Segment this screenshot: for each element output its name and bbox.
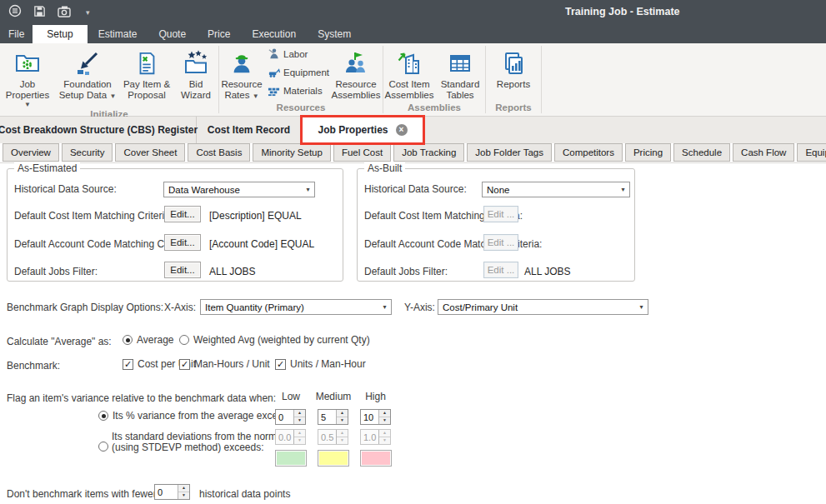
column-header-medium: Medium [312,391,355,402]
menu-tab-execution[interactable]: Execution [241,25,307,43]
benchmark-label: Benchmark: [7,360,60,372]
sub-tab-cost-basis[interactable]: Cost Basis [188,143,250,162]
as-estimated-cost-item-edit-button[interactable]: Edit... [164,206,201,222]
std-low-spinner[interactable]: 0.0 ▲▼ [275,429,306,445]
menu-tab-setup[interactable]: Setup [33,25,87,43]
as-built-jobs-filter-edit-button[interactable]: Edit ... [483,262,518,278]
sub-tab-cash-flow[interactable]: Cash Flow [733,143,794,162]
reports-button[interactable]: Reports [486,43,541,102]
menu-tab-file[interactable]: File [0,25,33,43]
man-hours-unit-checkbox[interactable]: ✓ Man-Hours / Unit [179,358,270,370]
cost-item-assemblies-button[interactable]: Cost Item Assemblies [383,43,435,102]
x-axis-dropdown[interactable]: Item Quantity (Primary)▾ [200,299,392,315]
as-estimated-account-code-edit-button[interactable]: Edit... [164,234,201,251]
sub-tab-schedule[interactable]: Schedule [673,143,730,162]
ribbon-group-resources: Resource Rates ▼ Labor Equipment Materia… [219,43,383,116]
as-estimated-jobs-filter-edit-button[interactable]: Edit... [164,262,201,278]
save-button[interactable] [33,5,46,21]
sub-tab-competitors[interactable]: Competitors [554,143,623,162]
sub-tab-pricing[interactable]: Pricing [625,143,671,162]
bid-wizard-button[interactable]: Bid Wizard [173,43,218,108]
ribbon: Job Properties ▼ Foundation Setup Data ▼… [0,43,826,117]
historical-data-source-label: Historical Data Source: [14,183,117,195]
as-built-cost-item-edit-button[interactable]: Edit ... [483,206,518,222]
menu-tab-price[interactable]: Price [197,25,241,43]
benchmarking-panel: As-Estimated Historical Data Source: Dat… [0,163,826,504]
spin-up-icon[interactable]: ▲ [337,410,348,417]
sub-tab-minority-setup[interactable]: Minority Setup [253,143,331,162]
ribbon-group-reports: Reports Reports [486,43,541,116]
weighted-avg-radio[interactable]: Weighted Avg (weighted by current Qty) [179,334,370,346]
pct-medium-spinner[interactable]: 5 ▲▼ [318,409,348,425]
standard-tables-button[interactable]: Standard Tables [435,43,485,102]
spin-down-icon[interactable]: ▼ [178,492,189,499]
std-dev-radio[interactable] [98,442,108,452]
spin-down-icon[interactable]: ▼ [294,417,305,424]
menu-tab-estimate[interactable]: Estimate [88,25,148,43]
spin-up-icon[interactable]: ▲ [178,485,189,492]
pct-low-spinner[interactable]: 0 ▲▼ [275,409,306,425]
sub-tab-fuel-cost[interactable]: Fuel Cost [333,143,391,162]
group-title: As-Built [364,162,405,174]
doc-tab-cbs-register[interactable]: Cost Breakdown Structure (CBS) Register [0,117,197,143]
std-high-spinner[interactable]: 1.0 ▲▼ [360,429,391,445]
as-built-group: As-Built Historical Data Source: None▾ D… [357,168,635,282]
std-medium-spinner[interactable]: 0.5 ▲▼ [318,429,348,445]
materials-button[interactable]: Materials [268,84,329,98]
spin-down-icon[interactable]: ▼ [379,417,390,424]
units-man-hour-checkbox[interactable]: ✓ Units / Man-Hour [275,358,366,370]
spin-up-icon[interactable]: ▲ [294,410,305,417]
sub-tab-job-folder-tags[interactable]: Job Folder Tags [467,143,552,162]
checkmark-icon: ✓ [179,359,190,370]
equipment-button[interactable]: Equipment [268,66,329,80]
screenshot-camera-button[interactable] [58,5,73,21]
window-title: Training Job - Estimate [565,6,680,17]
doc-tab-job-properties[interactable]: Job Properties × [302,117,423,143]
as-built-historical-source-dropdown[interactable]: None▾ [482,182,630,197]
quick-access-caret-icon[interactable]: ▾ [86,8,90,17]
reports-icon [500,47,527,79]
sub-tab-overview[interactable]: Overview [3,143,59,162]
low-flag-color-swatch[interactable] [275,450,307,467]
doc-tab-cost-item-record[interactable]: Cost Item Record [197,117,302,143]
job-properties-icon [14,47,41,79]
spin-down-icon: ▼ [337,437,348,444]
radio-unselected-icon [98,442,108,452]
as-estimated-historical-source-dropdown[interactable]: Data Warehouse▾ [163,182,315,197]
y-axis-dropdown[interactable]: Cost/Primary Unit▾ [438,299,648,315]
app-logo-icon [8,4,22,21]
tab-close-icon[interactable]: × [396,124,408,136]
pay-item-proposal-button[interactable]: Pay Item & Proposal [120,43,173,108]
sub-tab-security[interactable]: Security [62,143,113,162]
as-built-account-code-edit-button[interactable]: Edit ... [483,234,518,251]
dropdown-caret-icon: ▼ [109,92,116,100]
materials-icon [268,84,280,98]
labor-button[interactable]: Labor [268,47,329,62]
checkmark-icon: ✓ [275,359,286,370]
jobs-filter-label: Default Jobs Filter: [14,266,98,277]
resource-assemblies-button[interactable]: Resource Assemblies [329,43,383,102]
pct-variance-radio[interactable]: Its % variance from the average exceeds: [98,410,297,422]
resource-rates-icon [229,47,254,79]
foundation-setup-data-button[interactable]: Foundation Setup Data ▼ [55,43,120,108]
resources-small-items: Labor Equipment Materials [264,43,329,102]
cost-item-criteria-label: Default Cost Item Matching Criteria: [14,210,173,222]
menu-tab-system[interactable]: System [307,25,362,43]
min-data-points-spinner[interactable]: 0 ▲▼ [154,484,190,500]
sub-tab-equipment-maintenance[interactable]: Equipment Maintenance [797,143,826,162]
labor-icon [268,47,280,62]
ribbon-tab-bar: File Setup Estimate Quote Price Executio… [0,25,826,43]
ribbon-divider [541,46,542,113]
spin-down-icon[interactable]: ▼ [337,417,348,424]
sub-tab-cover-sheet[interactable]: Cover Sheet [115,143,185,162]
resource-rates-button[interactable]: Resource Rates ▼ [219,43,264,102]
medium-flag-color-swatch[interactable] [318,450,349,467]
spin-up-icon[interactable]: ▲ [379,410,390,417]
pct-high-spinner[interactable]: 10 ▲▼ [360,409,391,425]
high-flag-color-swatch[interactable] [360,450,392,467]
spin-up-icon: ▲ [294,430,305,437]
job-properties-button[interactable]: Job Properties ▼ [0,43,55,108]
sub-tab-job-tracking[interactable]: Job Tracking [393,143,464,162]
menu-tab-quote[interactable]: Quote [148,25,197,43]
average-radio[interactable]: Average [123,334,173,346]
